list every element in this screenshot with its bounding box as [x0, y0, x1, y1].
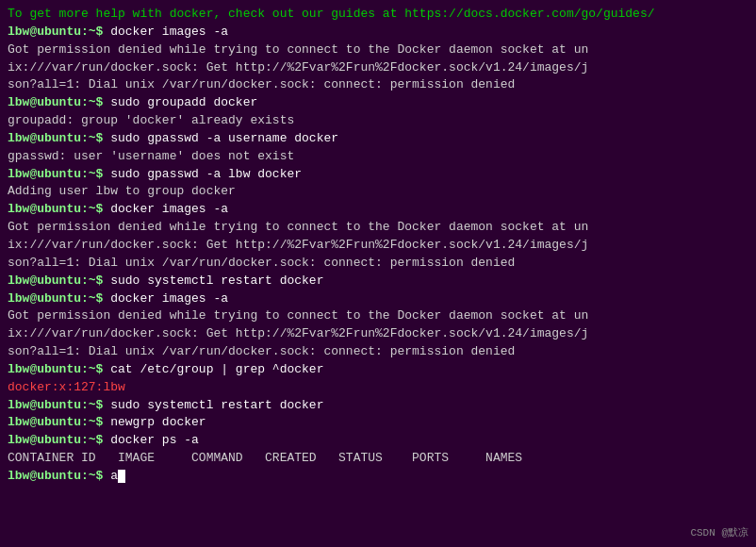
terminal-line: lbw@ubuntu:~$ sudo groupadd docker	[8, 94, 748, 112]
prompt: lbw@ubuntu:~$	[8, 167, 110, 181]
terminal-line: CONTAINER ID IMAGE COMMAND CREATED STATU…	[8, 450, 748, 468]
terminal-line: lbw@ubuntu:~$ sudo systemctl restart doc…	[8, 273, 748, 290]
prompt: lbw@ubuntu:~$	[8, 398, 110, 412]
prompt: lbw@ubuntu:~$	[8, 291, 110, 306]
command-text: sudo systemctl restart docker	[110, 398, 323, 412]
terminal-line: lbw@ubuntu:~$ a	[8, 468, 748, 486]
prompt: lbw@ubuntu:~$	[8, 202, 110, 216]
terminal-line: lbw@ubuntu:~$ sudo gpasswd -a lbw docker	[8, 166, 748, 184]
terminal-line: lbw@ubuntu:~$ docker ps -a	[8, 432, 748, 450]
terminal-line: lbw@ubuntu:~$ newgrp docker	[8, 414, 748, 432]
prompt: lbw@ubuntu:~$	[8, 25, 110, 39]
prompt: lbw@ubuntu:~$	[8, 469, 110, 483]
terminal-window: To get more help with docker, check out …	[0, 0, 756, 547]
terminal-line: son?all=1: Dial unix /var/run/docker.soc…	[8, 343, 748, 361]
terminal-line: lbw@ubuntu:~$ cat /etc/group | grep ^doc…	[8, 361, 748, 379]
terminal-line: Got permission denied while trying to co…	[8, 307, 748, 325]
terminal-line: son?all=1: Dial unix /var/run/docker.soc…	[8, 76, 748, 94]
terminal-line: lbw@ubuntu:~$ docker images -a	[8, 24, 748, 41]
terminal-line: lbw@ubuntu:~$ docker images -a	[8, 290, 748, 308]
terminal-line: groupadd: group 'docker' already exists	[8, 112, 748, 130]
terminal-line: To get more help with docker, check out …	[8, 6, 748, 24]
terminal-line: lbw@ubuntu:~$ docker images -a	[8, 201, 748, 219]
terminal-line: Got permission denied while trying to co…	[8, 219, 748, 237]
terminal-line: son?all=1: Dial unix /var/run/docker.soc…	[8, 255, 748, 273]
terminal-line: ix:///var/run/docker.sock: Get http://%2…	[8, 325, 748, 343]
prompt: lbw@ubuntu:~$	[8, 95, 110, 109]
command-text: cat /etc/group | grep ^docker	[110, 362, 323, 376]
watermark: CSDN @默凉	[690, 525, 748, 539]
command-text: sudo systemctl restart docker	[110, 274, 323, 288]
prompt: lbw@ubuntu:~$	[8, 433, 110, 447]
terminal-line: Got permission denied while trying to co…	[8, 41, 748, 59]
terminal-line: lbw@ubuntu:~$ sudo systemctl restart doc…	[8, 397, 748, 415]
command-text: sudo gpasswd -a username docker	[110, 131, 338, 145]
terminal-output: To get more help with docker, check out …	[8, 6, 748, 486]
terminal-line: gpasswd: user 'username' does not exist	[8, 148, 748, 166]
terminal-line: Adding user lbw to group docker	[8, 183, 748, 201]
command-text: sudo gpasswd -a lbw docker	[110, 167, 302, 181]
prompt: lbw@ubuntu:~$	[8, 362, 110, 376]
command-text: docker images -a	[110, 291, 228, 306]
terminal-line: lbw@ubuntu:~$ sudo gpasswd -a username d…	[8, 130, 748, 148]
command-text: docker images -a	[110, 25, 228, 39]
command-text: docker ps -a	[110, 433, 199, 447]
prompt: lbw@ubuntu:~$	[8, 274, 110, 288]
command-text: sudo groupadd docker	[110, 95, 257, 109]
command-text: newgrp docker	[110, 415, 205, 429]
command-text: docker images -a	[110, 202, 228, 216]
terminal-line: ix:///var/run/docker.sock: Get http://%2…	[8, 59, 748, 77]
cursor[interactable]	[118, 470, 125, 483]
command-text: a	[110, 469, 118, 483]
prompt: lbw@ubuntu:~$	[8, 131, 110, 145]
terminal-line: ix:///var/run/docker.sock: Get http://%2…	[8, 237, 748, 255]
prompt: lbw@ubuntu:~$	[8, 415, 110, 429]
terminal-line: docker:x:127:lbw	[8, 379, 748, 397]
